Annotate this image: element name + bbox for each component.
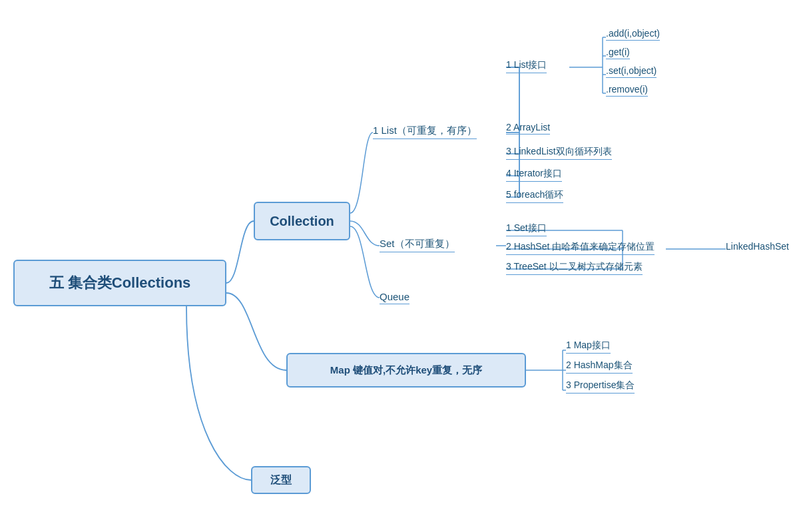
collection-node: Collection [254,202,350,240]
generics-label: 泛型 [270,473,292,487]
root-label: 五 集合类Collections [49,273,191,293]
map-sub-1: 1 Map接口 [566,340,611,354]
list-sub-1: 1 List接口 [506,59,547,73]
method-add: .add(i,object) [606,28,660,41]
set-sub-2: 2 HashSet 由哈希值来确定存储位置 [506,241,655,255]
method-set: .set(i,object) [606,65,657,78]
map-label: Map 键值对,不允许key重复，无序 [330,364,482,377]
queue-label: Queue [380,291,409,304]
method-get: .get(i) [606,47,630,59]
list-branch-label: 1 List（可重复，有序） [373,125,477,139]
map-node: Map 键值对,不允许key重复，无序 [286,353,526,388]
set-sub-3: 3 TreeSet 以二叉树方式存储元素 [506,261,643,275]
list-sub-5: 5 foreach循环 [506,189,563,203]
collection-label: Collection [270,214,334,229]
generics-node: 泛型 [251,466,311,494]
list-sub-4: 4 Iterator接口 [506,168,562,182]
map-sub-3: 3 Propertise集合 [566,380,635,394]
linked-hashset-label: LinkedHashSet [726,241,789,252]
map-sub-2: 2 HashMap集合 [566,360,633,374]
list-sub-2: 2 ArrayList [506,122,550,134]
set-sub-1: 1 Set接口 [506,222,547,236]
method-remove: .remove(i) [606,84,648,97]
list-sub-3: 3 LinkedList双向循环列表 [506,146,612,160]
set-branch-label: Set（不可重复） [380,238,455,252]
root-node: 五 集合类Collections [13,260,226,306]
